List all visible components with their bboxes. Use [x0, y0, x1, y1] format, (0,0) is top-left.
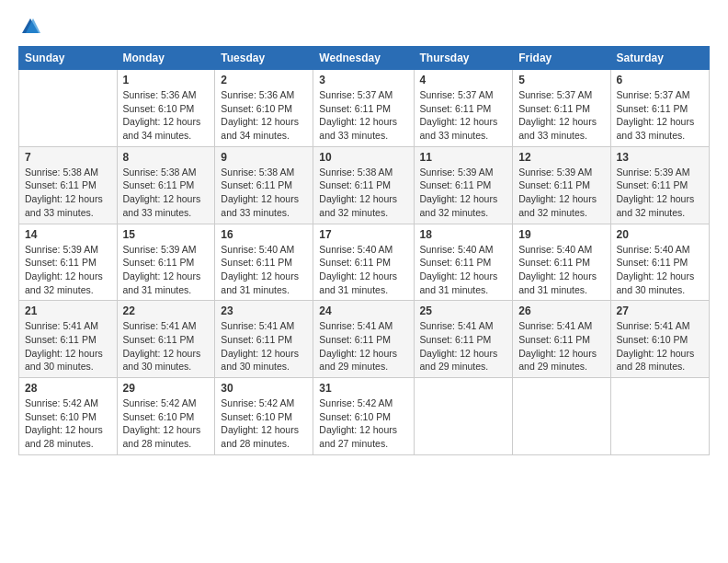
day-info: Sunrise: 5:36 AM Sunset: 6:10 PM Dayligh…: [123, 88, 210, 143]
logo-icon: [20, 17, 40, 37]
day-of-week-header: Wednesday: [313, 47, 414, 70]
day-number: 26: [518, 304, 604, 317]
calendar-cell: 27Sunrise: 5:41 AM Sunset: 6:10 PM Dayli…: [610, 301, 709, 378]
day-number: 30: [221, 382, 307, 395]
calendar-cell: 31Sunrise: 5:42 AM Sunset: 6:10 PM Dayli…: [313, 378, 414, 455]
day-number: 29: [123, 382, 210, 395]
day-number: 24: [319, 304, 407, 317]
day-info: Sunrise: 5:41 AM Sunset: 6:11 PM Dayligh…: [420, 319, 507, 373]
calendar-cell: [414, 378, 513, 455]
day-number: 11: [420, 151, 507, 164]
day-number: 5: [518, 74, 604, 86]
day-info: Sunrise: 5:41 AM Sunset: 6:10 PM Dayligh…: [617, 319, 703, 373]
day-info: Sunrise: 5:38 AM Sunset: 6:11 PM Dayligh…: [25, 166, 111, 220]
day-info: Sunrise: 5:42 AM Sunset: 6:10 PM Dayligh…: [123, 396, 210, 451]
day-number: 15: [123, 228, 210, 241]
calendar-cell: 12Sunrise: 5:39 AM Sunset: 6:11 PM Dayli…: [513, 146, 610, 224]
calendar-cell: 3Sunrise: 5:37 AM Sunset: 6:11 PM Daylig…: [313, 70, 414, 147]
calendar-cell: [610, 378, 709, 455]
calendar-cell: 10Sunrise: 5:38 AM Sunset: 6:11 PM Dayli…: [313, 146, 414, 224]
day-info: Sunrise: 5:40 AM Sunset: 6:11 PM Dayligh…: [319, 243, 407, 297]
day-number: 25: [420, 304, 507, 317]
day-number: 3: [319, 74, 407, 86]
day-number: 27: [617, 304, 703, 317]
calendar-cell: 14Sunrise: 5:39 AM Sunset: 6:11 PM Dayli…: [19, 224, 118, 301]
calendar-cell: 16Sunrise: 5:40 AM Sunset: 6:11 PM Dayli…: [215, 224, 313, 301]
day-info: Sunrise: 5:42 AM Sunset: 6:10 PM Dayligh…: [25, 396, 111, 451]
calendar-cell: 23Sunrise: 5:41 AM Sunset: 6:11 PM Dayli…: [215, 301, 313, 378]
calendar-cell: 1Sunrise: 5:36 AM Sunset: 6:10 PM Daylig…: [117, 70, 215, 147]
day-number: 23: [221, 304, 307, 317]
day-number: 20: [617, 228, 703, 241]
day-number: 22: [123, 304, 210, 317]
calendar-cell: 25Sunrise: 5:41 AM Sunset: 6:11 PM Dayli…: [414, 301, 513, 378]
day-info: Sunrise: 5:39 AM Sunset: 6:11 PM Dayligh…: [123, 243, 210, 297]
logo: [18, 17, 40, 37]
day-number: 10: [319, 151, 407, 164]
calendar-cell: 20Sunrise: 5:40 AM Sunset: 6:11 PM Dayli…: [610, 224, 709, 301]
day-of-week-header: Tuesday: [215, 47, 313, 70]
calendar-cell: 17Sunrise: 5:40 AM Sunset: 6:11 PM Dayli…: [313, 224, 414, 301]
day-info: Sunrise: 5:41 AM Sunset: 6:11 PM Dayligh…: [319, 319, 407, 373]
day-number: 7: [25, 151, 111, 164]
day-number: 6: [617, 74, 703, 86]
calendar-cell: 4Sunrise: 5:37 AM Sunset: 6:11 PM Daylig…: [414, 70, 513, 147]
page: SundayMondayTuesdayWednesdayThursdayFrid…: [0, 0, 728, 465]
day-info: Sunrise: 5:38 AM Sunset: 6:11 PM Dayligh…: [123, 166, 210, 220]
day-info: Sunrise: 5:39 AM Sunset: 6:11 PM Dayligh…: [617, 166, 703, 220]
day-number: 9: [221, 151, 307, 164]
calendar-table: SundayMondayTuesdayWednesdayThursdayFrid…: [18, 46, 710, 455]
calendar-cell: 13Sunrise: 5:39 AM Sunset: 6:11 PM Dayli…: [610, 146, 709, 224]
calendar-cell: 19Sunrise: 5:40 AM Sunset: 6:11 PM Dayli…: [513, 224, 610, 301]
day-number: 31: [319, 382, 407, 395]
calendar-cell: 21Sunrise: 5:41 AM Sunset: 6:11 PM Dayli…: [19, 301, 118, 378]
day-number: 19: [518, 228, 604, 241]
day-info: Sunrise: 5:39 AM Sunset: 6:11 PM Dayligh…: [420, 166, 507, 220]
day-number: 28: [25, 382, 111, 395]
day-info: Sunrise: 5:42 AM Sunset: 6:10 PM Dayligh…: [319, 396, 407, 451]
day-info: Sunrise: 5:36 AM Sunset: 6:10 PM Dayligh…: [221, 88, 307, 143]
day-number: 2: [221, 74, 307, 86]
day-number: 21: [25, 304, 111, 317]
day-of-week-header: Sunday: [19, 47, 118, 70]
day-info: Sunrise: 5:40 AM Sunset: 6:11 PM Dayligh…: [617, 243, 703, 297]
calendar-cell: 6Sunrise: 5:37 AM Sunset: 6:11 PM Daylig…: [610, 70, 709, 147]
day-info: Sunrise: 5:38 AM Sunset: 6:11 PM Dayligh…: [221, 166, 307, 220]
day-info: Sunrise: 5:40 AM Sunset: 6:11 PM Dayligh…: [420, 243, 507, 297]
day-info: Sunrise: 5:37 AM Sunset: 6:11 PM Dayligh…: [518, 88, 604, 143]
day-number: 1: [123, 74, 210, 86]
day-of-week-header: Friday: [513, 47, 610, 70]
day-number: 4: [420, 74, 507, 86]
calendar-cell: 9Sunrise: 5:38 AM Sunset: 6:11 PM Daylig…: [215, 146, 313, 224]
day-number: 8: [123, 151, 210, 164]
day-of-week-header: Monday: [117, 47, 215, 70]
day-number: 12: [518, 151, 604, 164]
calendar-cell: 2Sunrise: 5:36 AM Sunset: 6:10 PM Daylig…: [215, 70, 313, 147]
day-number: 16: [221, 228, 307, 241]
day-info: Sunrise: 5:40 AM Sunset: 6:11 PM Dayligh…: [518, 243, 604, 297]
day-info: Sunrise: 5:41 AM Sunset: 6:11 PM Dayligh…: [25, 319, 111, 373]
calendar-cell: 8Sunrise: 5:38 AM Sunset: 6:11 PM Daylig…: [117, 146, 215, 224]
day-number: 14: [25, 228, 111, 241]
header: [18, 17, 710, 37]
calendar-cell: 30Sunrise: 5:42 AM Sunset: 6:10 PM Dayli…: [215, 378, 313, 455]
day-number: 13: [617, 151, 703, 164]
day-of-week-header: Thursday: [414, 47, 513, 70]
calendar-cell: 18Sunrise: 5:40 AM Sunset: 6:11 PM Dayli…: [414, 224, 513, 301]
calendar-cell: 26Sunrise: 5:41 AM Sunset: 6:11 PM Dayli…: [513, 301, 610, 378]
calendar-cell: 7Sunrise: 5:38 AM Sunset: 6:11 PM Daylig…: [19, 146, 118, 224]
day-info: Sunrise: 5:39 AM Sunset: 6:11 PM Dayligh…: [518, 166, 604, 220]
day-info: Sunrise: 5:38 AM Sunset: 6:11 PM Dayligh…: [319, 166, 407, 220]
calendar-cell: 22Sunrise: 5:41 AM Sunset: 6:11 PM Dayli…: [117, 301, 215, 378]
day-info: Sunrise: 5:37 AM Sunset: 6:11 PM Dayligh…: [617, 88, 703, 143]
calendar-cell: [19, 70, 118, 147]
calendar-cell: [513, 378, 610, 455]
day-number: 17: [319, 228, 407, 241]
day-of-week-header: Saturday: [610, 47, 709, 70]
day-info: Sunrise: 5:41 AM Sunset: 6:11 PM Dayligh…: [518, 319, 604, 373]
day-info: Sunrise: 5:39 AM Sunset: 6:11 PM Dayligh…: [25, 243, 111, 297]
day-info: Sunrise: 5:37 AM Sunset: 6:11 PM Dayligh…: [420, 88, 507, 143]
day-info: Sunrise: 5:40 AM Sunset: 6:11 PM Dayligh…: [221, 243, 307, 297]
calendar-cell: 28Sunrise: 5:42 AM Sunset: 6:10 PM Dayli…: [19, 378, 118, 455]
calendar-cell: 15Sunrise: 5:39 AM Sunset: 6:11 PM Dayli…: [117, 224, 215, 301]
